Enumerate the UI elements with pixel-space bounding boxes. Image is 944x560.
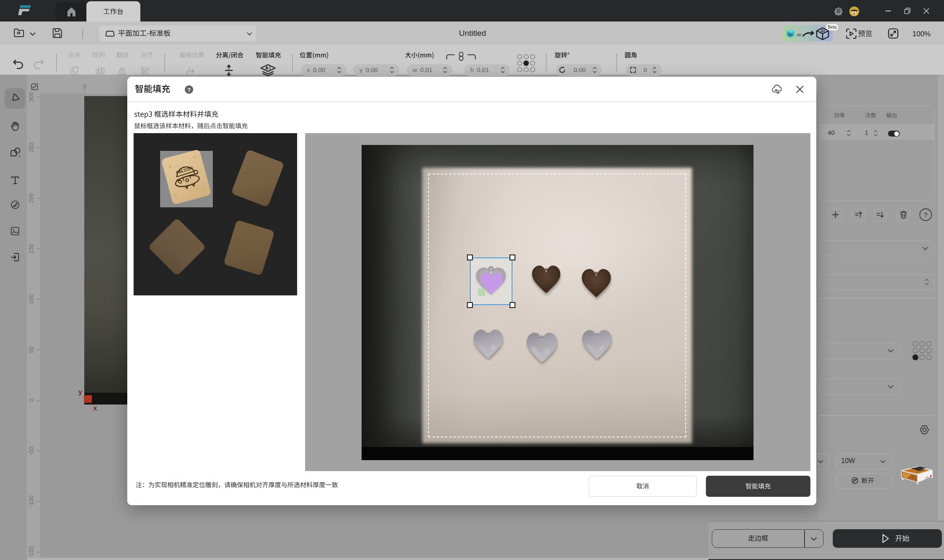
svg-text:3D: 3D (788, 33, 793, 37)
svg-text:?: ? (188, 87, 191, 93)
svg-text:3D: 3D (796, 33, 802, 37)
svg-text:?: ? (924, 211, 927, 218)
svg-text:2D: 2D (821, 29, 825, 33)
